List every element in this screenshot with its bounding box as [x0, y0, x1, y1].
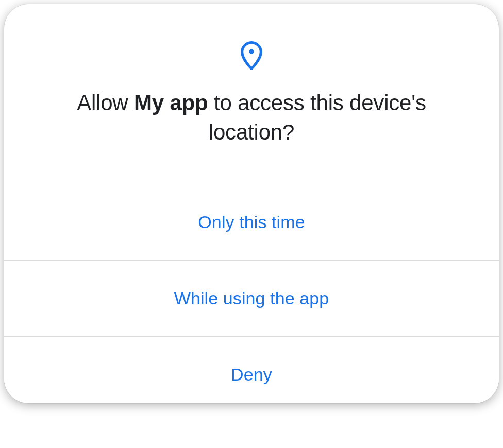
title-suffix: to access this device's location?	[208, 91, 426, 144]
option-deny[interactable]: Deny	[4, 336, 499, 403]
option-label: Only this time	[198, 212, 305, 232]
dialog-header: Allow My app to access this device's loc…	[4, 4, 499, 184]
option-only-this-time[interactable]: Only this time	[4, 184, 499, 260]
location-pin-icon	[240, 41, 263, 70]
dialog-title: Allow My app to access this device's loc…	[45, 89, 458, 147]
svg-point-0	[249, 49, 254, 54]
option-label: Deny	[231, 365, 272, 384]
title-prefix: Allow	[77, 91, 134, 115]
permission-dialog: Allow My app to access this device's loc…	[4, 4, 499, 403]
option-label: While using the app	[174, 288, 329, 308]
app-name: My app	[134, 91, 208, 115]
option-while-using-app[interactable]: While using the app	[4, 260, 499, 336]
